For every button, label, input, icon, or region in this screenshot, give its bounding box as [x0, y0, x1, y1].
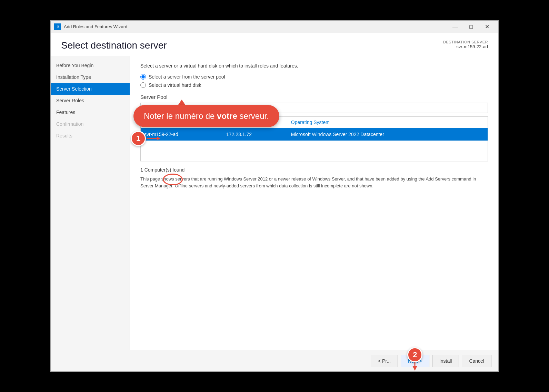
badge-2: 2 [407, 347, 422, 362]
minimize-button[interactable]: — [447, 22, 463, 32]
close-button[interactable]: ✕ [479, 22, 495, 32]
destination-server-info: DESTINATION SERVER svr-m159-22-ad [443, 40, 488, 49]
window-controls: — □ ✕ [447, 22, 495, 32]
callout-text-bold: votre [217, 111, 237, 121]
page-title: Select destination server [61, 40, 167, 51]
cell-os: Microsoft Windows Server 2022 Datacenter [288, 128, 488, 141]
footer-info: 1 Computer(s) found This page shows serv… [140, 166, 488, 189]
computers-found-count: 1 Computer(s) found [140, 166, 488, 174]
next-button-wrapper: 2 Next > [401, 355, 429, 367]
radio-from-vhd-label: Select a virtual hard disk [149, 82, 201, 88]
callout-text-normal: Noter le numéro de [144, 111, 217, 121]
install-button[interactable]: Install [432, 355, 459, 367]
wizard-window: 🖥 Add Roles and Features Wizard — □ ✕ Se… [50, 20, 499, 372]
dest-server-name: svr-m159-22-ad [443, 44, 488, 49]
app-icon: 🖥 [54, 23, 61, 30]
sidebar-item-server-selection[interactable]: Server Selection [51, 83, 130, 95]
main-description: Select a server or a virtual hard disk o… [140, 63, 488, 69]
sidebar-item-server-roles[interactable]: Server Roles [51, 95, 130, 106]
cancel-button[interactable]: Cancel [462, 355, 491, 367]
sidebar: Before You Begin Installation Type Serve… [51, 56, 130, 350]
col-header-os[interactable]: Operating System [288, 117, 488, 128]
badge-2-wrapper: 2 [407, 347, 422, 362]
sidebar-item-features[interactable]: Features [51, 106, 130, 118]
window-title: Add Roles and Features Wizard [64, 24, 447, 29]
sidebar-item-confirmation: Confirmation [51, 118, 130, 130]
cell-ip-address: 172.23.1.72 [223, 128, 288, 141]
svg-marker-1 [157, 137, 160, 140]
server-table-container: Name IP Address Operating System svr-m15… [140, 116, 488, 162]
maximize-button[interactable]: □ [463, 22, 479, 32]
callout-bubble: Noter le numéro de votre serveur. [133, 105, 279, 127]
radio-from-vhd[interactable]: Select a virtual hard disk [140, 82, 488, 88]
footer-description: This page shows servers that are running… [140, 176, 488, 189]
main-content: Select a server or a virtual hard disk o… [130, 56, 498, 350]
server-type-radio-group: Select a server from the server pool Sel… [140, 74, 488, 88]
dest-server-label: DESTINATION SERVER [443, 40, 488, 44]
callout-text-suffix: serveur. [237, 111, 269, 121]
radio-from-pool-label: Select a server from the server pool [149, 74, 225, 80]
badge-1: 1 [131, 131, 146, 146]
radio-from-pool-input[interactable] [140, 74, 146, 80]
sidebar-item-installation-type[interactable]: Installation Type [51, 71, 130, 83]
badge-1-arrow [147, 135, 160, 142]
radio-from-vhd-input[interactable] [140, 82, 146, 88]
content-area: Before You Begin Installation Type Serve… [51, 56, 498, 350]
sidebar-item-results: Results [51, 130, 130, 142]
server-pool-label: Server Pool [140, 94, 488, 100]
header: Select destination server DESTINATION SE… [51, 33, 498, 56]
table-row[interactable]: svr-m159-22-ad 172.23.1.72 Microsoft Win… [141, 128, 488, 141]
titlebar: 🖥 Add Roles and Features Wizard — □ ✕ [51, 21, 498, 33]
badge-1-wrapper: 1 [131, 131, 160, 146]
radio-from-pool[interactable]: Select a server from the server pool [140, 74, 488, 80]
empty-row [141, 141, 488, 162]
bottom-bar: < Pr... 2 Next > Install Cancel [51, 350, 498, 371]
sidebar-item-before-you-begin[interactable]: Before You Begin [51, 60, 130, 71]
prev-button[interactable]: < Pr... [371, 355, 398, 367]
